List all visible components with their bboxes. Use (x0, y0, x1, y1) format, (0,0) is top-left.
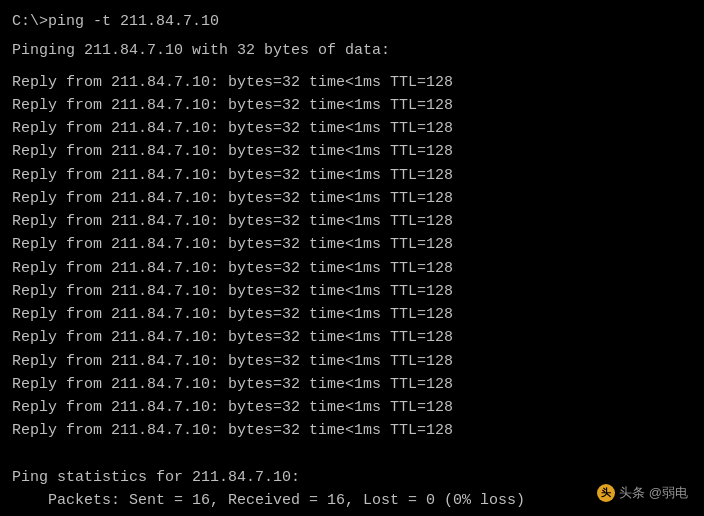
blank-line (12, 443, 692, 466)
packets-line: Packets: Sent = 16, Received = 16, Lost … (12, 489, 692, 512)
terminal-window: C:\>ping -t 211.84.7.10 Pinging 211.84.7… (0, 0, 704, 516)
reply-line: Reply from 211.84.7.10: bytes=32 time<1m… (12, 210, 692, 233)
pinging-line: Pinging 211.84.7.10 with 32 bytes of dat… (12, 39, 692, 62)
reply-line: Reply from 211.84.7.10: bytes=32 time<1m… (12, 257, 692, 280)
command-line: C:\>ping -t 211.84.7.10 (12, 10, 692, 33)
reply-line: Reply from 211.84.7.10: bytes=32 time<1m… (12, 303, 692, 326)
reply-line: Reply from 211.84.7.10: bytes=32 time<1m… (12, 94, 692, 117)
reply-line: Reply from 211.84.7.10: bytes=32 time<1m… (12, 373, 692, 396)
reply-line: Reply from 211.84.7.10: bytes=32 time<1m… (12, 350, 692, 373)
reply-line: Reply from 211.84.7.10: bytes=32 time<1m… (12, 71, 692, 94)
round-trip-line: Approximate round trip times in milli-se… (12, 512, 692, 516)
reply-line: Reply from 211.84.7.10: bytes=32 time<1m… (12, 396, 692, 419)
watermark-label: 头条 @弱电 (619, 484, 688, 502)
reply-line: Reply from 211.84.7.10: bytes=32 time<1m… (12, 326, 692, 349)
watermark-icon: 头 (597, 484, 615, 502)
reply-line: Reply from 211.84.7.10: bytes=32 time<1m… (12, 419, 692, 442)
reply-line: Reply from 211.84.7.10: bytes=32 time<1m… (12, 187, 692, 210)
reply-line: Reply from 211.84.7.10: bytes=32 time<1m… (12, 140, 692, 163)
reply-line: Reply from 211.84.7.10: bytes=32 time<1m… (12, 117, 692, 140)
reply-line: Reply from 211.84.7.10: bytes=32 time<1m… (12, 280, 692, 303)
reply-line: Reply from 211.84.7.10: bytes=32 time<1m… (12, 233, 692, 256)
reply-line: Reply from 211.84.7.10: bytes=32 time<1m… (12, 164, 692, 187)
watermark: 头 头条 @弱电 (597, 484, 688, 502)
stats-header: Ping statistics for 211.84.7.10: (12, 466, 692, 489)
